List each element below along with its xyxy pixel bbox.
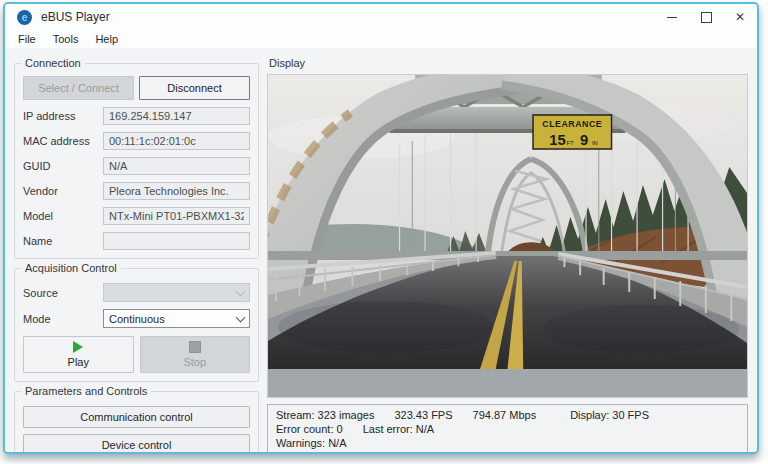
svg-text:CLEARANCE: CLEARANCE: [542, 119, 602, 129]
ip-address-label: IP address: [23, 110, 103, 122]
close-icon[interactable]: ✕: [723, 4, 757, 30]
mac-address-field[interactable]: [103, 132, 250, 150]
play-button-label: Play: [68, 356, 89, 368]
acquisition-control-group: Acquisition Control Source Mode Continuo…: [14, 268, 259, 382]
name-field[interactable]: [103, 232, 250, 250]
stream-fps: 323.43 FPS: [394, 409, 452, 421]
disconnect-button[interactable]: Disconnect: [139, 76, 250, 100]
stats-line-1: Stream: 323 images323.43 FPS794.87 MbpsD…: [276, 408, 739, 422]
window-title: eBUS Player: [41, 10, 655, 24]
display-fps: Display: 30 FPS: [570, 409, 649, 421]
bridge-photo: CLEARANCE 15 FT 9 IN: [268, 75, 747, 369]
mac-address-label: MAC address: [23, 135, 103, 147]
ebus-player-window: e eBUS Player ✕ File Tools Help Connecti…: [3, 2, 759, 454]
guid-field[interactable]: [103, 157, 250, 175]
svg-text:9: 9: [580, 132, 588, 148]
svg-text:15: 15: [549, 132, 565, 148]
menu-help[interactable]: Help: [95, 33, 118, 45]
last-error: Last error: N/A: [363, 423, 435, 435]
left-panel: Connection Select / Connect Disconnect I…: [14, 55, 259, 448]
device-control-button[interactable]: Device control: [23, 434, 250, 454]
mode-dropdown[interactable]: Continuous: [103, 309, 250, 328]
connection-group: Connection Select / Connect Disconnect I…: [14, 63, 259, 259]
stop-button[interactable]: Stop: [140, 336, 251, 373]
select-connect-button[interactable]: Select / Connect: [23, 76, 134, 100]
ip-address-field[interactable]: [103, 107, 250, 125]
stream-statistics: Stream: 323 images323.43 FPS794.87 MbpsD…: [267, 404, 748, 454]
source-dropdown[interactable]: [103, 283, 250, 302]
title-bar: e eBUS Player ✕: [5, 4, 757, 30]
play-button[interactable]: Play: [23, 336, 134, 373]
main-content: Connection Select / Connect Disconnect I…: [5, 48, 757, 454]
stream-count: Stream: 323 images: [276, 409, 374, 421]
video-display-area: CLEARANCE 15 FT 9 IN: [267, 74, 748, 398]
minimize-icon[interactable]: [655, 4, 689, 30]
window-controls: ✕: [655, 4, 757, 30]
vendor-label: Vendor: [23, 185, 103, 197]
parameters-group-title: Parameters and Controls: [21, 385, 151, 397]
ebus-logo-icon: e: [17, 10, 32, 25]
display-group-title: Display: [269, 57, 748, 69]
menu-file[interactable]: File: [18, 33, 36, 45]
stream-mbps: 794.87 Mbps: [473, 409, 537, 421]
stats-line-3: Warnings: N/A: [276, 436, 739, 450]
menu-bar: File Tools Help: [5, 30, 757, 48]
display-panel: Display: [267, 55, 748, 448]
warnings: Warnings: N/A: [276, 437, 347, 449]
svg-text:IN: IN: [592, 140, 598, 146]
chevron-down-icon: [236, 286, 246, 296]
guid-label: GUID: [23, 160, 103, 172]
name-label: Name: [23, 235, 103, 247]
stop-button-label: Stop: [183, 356, 206, 368]
menu-tools[interactable]: Tools: [53, 33, 79, 45]
source-label: Source: [23, 287, 103, 299]
mode-value: Continuous: [109, 313, 237, 325]
play-triangle-icon: [73, 341, 83, 353]
stop-square-icon: [189, 341, 201, 353]
chevron-down-icon: [236, 312, 246, 322]
model-field[interactable]: [103, 207, 250, 225]
svg-text:FT: FT: [566, 140, 574, 146]
maximize-icon[interactable]: [689, 4, 723, 30]
stats-line-2: Error count: 0Last error: N/A: [276, 422, 739, 436]
acquisition-group-title: Acquisition Control: [21, 262, 121, 274]
model-label: Model: [23, 210, 103, 222]
error-count: Error count: 0: [276, 423, 343, 435]
connection-group-title: Connection: [21, 57, 85, 69]
clearance-sign: CLEARANCE 15 FT 9 IN: [533, 115, 612, 149]
parameters-group: Parameters and Controls Communication co…: [14, 391, 259, 454]
communication-control-button[interactable]: Communication control: [23, 406, 250, 428]
mode-label: Mode: [23, 313, 103, 325]
vendor-field[interactable]: [103, 182, 250, 200]
